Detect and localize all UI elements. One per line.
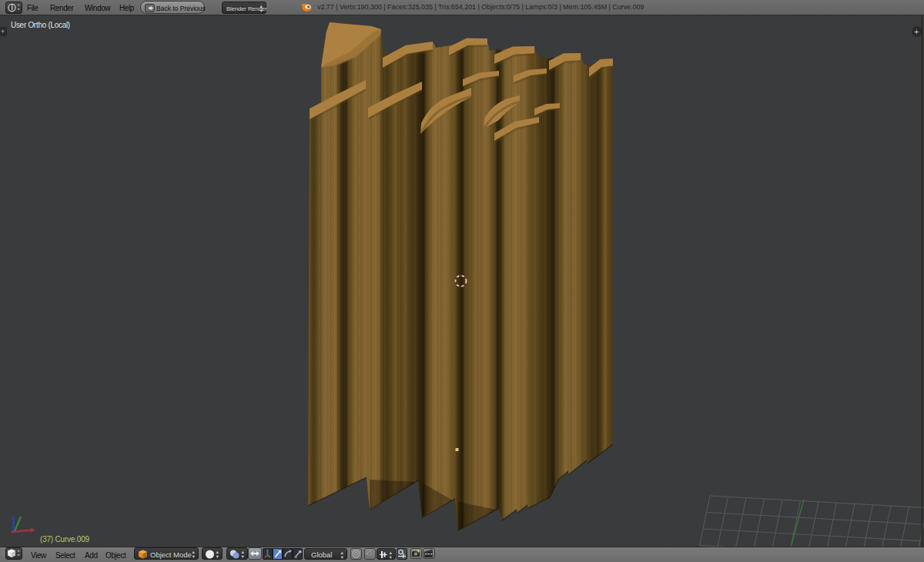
svg-text:+: + bbox=[1, 28, 5, 35]
svg-text:User Ortho (Local): User Ortho (Local) bbox=[11, 21, 70, 29]
svg-text:(37) Curve.009: (37) Curve.009 bbox=[40, 535, 90, 544]
svg-text:+: + bbox=[914, 27, 919, 36]
